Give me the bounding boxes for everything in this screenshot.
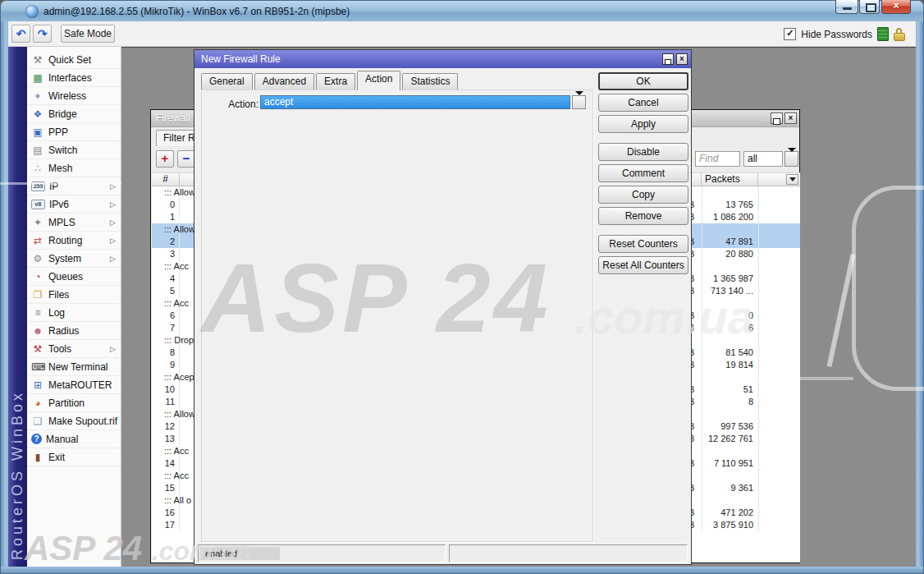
cell-trailing <box>759 310 800 322</box>
sidebar-item-manual[interactable]: ?Manual <box>27 430 121 448</box>
column-header-index[interactable]: # <box>152 173 180 186</box>
files-icon: ❐ <box>31 289 44 301</box>
make-supout-icon: ❏ <box>31 416 44 427</box>
sidebar-item-mpls[interactable]: ✦MPLS▷ <box>27 214 121 232</box>
firewall-close-button[interactable]: × <box>784 113 797 124</box>
filter-scope-select[interactable]: all <box>743 151 783 167</box>
sidebar-item-ip[interactable]: 255IP▷ <box>27 177 121 195</box>
cell-trailing <box>759 359 800 371</box>
find-button[interactable]: Find <box>695 151 740 167</box>
sidebar-item-new-terminal[interactable]: ⌨New Terminal <box>27 358 121 376</box>
sidebar-item-quick-set[interactable]: ⚒Quick Set <box>27 51 121 69</box>
cell-comment: ::: Acc <box>164 445 189 457</box>
dialog-maximize-button[interactable] <box>662 53 674 65</box>
close-button[interactable]: × <box>881 0 911 14</box>
lock-body <box>894 33 905 41</box>
redo-button[interactable]: ↷ <box>33 25 52 43</box>
cell-index: 16 <box>152 507 180 519</box>
tab-extra[interactable]: Extra <box>316 73 355 90</box>
sidebar-item-queues[interactable]: ◔Queues <box>27 268 121 286</box>
sidebar-item-ppp[interactable]: ▣PPP <box>27 123 121 141</box>
sidebar-item-wireless[interactable]: ⌖Wireless <box>27 87 121 105</box>
submenu-arrow-icon: ▷ <box>110 200 116 209</box>
cell-comment: ::: Acc <box>164 260 189 273</box>
sidebar-item-exit[interactable]: ▮Exit <box>27 448 121 466</box>
remove-rule-button[interactable]: − <box>177 150 195 168</box>
sidebar-item-make-supout-rif[interactable]: ❏Make Supout.rif <box>27 412 121 430</box>
tab-statistics[interactable]: Statistics <box>402 73 458 90</box>
sidebar-item-log[interactable]: ≡Log <box>27 304 121 322</box>
dialog-close-button[interactable]: × <box>676 53 688 65</box>
apply-button[interactable]: Apply <box>598 115 688 133</box>
undo-button[interactable]: ↶ <box>11 25 30 43</box>
hide-passwords-checkbox[interactable]: ✓ <box>784 28 796 40</box>
sidebar-item-label: Partition <box>48 397 85 409</box>
sidebar-item-radius[interactable]: ☻Radius <box>27 322 121 340</box>
tab-general[interactable]: General <box>201 73 253 90</box>
cell-index: 10 <box>152 383 180 396</box>
maximize-button[interactable] <box>859 0 880 14</box>
cell-trailing <box>759 199 800 211</box>
cell-index: 1 <box>152 211 180 223</box>
action-combobox[interactable]: accept <box>260 95 570 109</box>
sidebar-item-routing[interactable]: ⇄Routing▷ <box>27 232 121 250</box>
firewall-maximize-button[interactable] <box>771 113 783 124</box>
dialog-titlebar[interactable]: New Firewall Rule <box>194 50 691 68</box>
cell-trailing <box>759 297 800 310</box>
column-header-packets[interactable]: Packets <box>702 173 758 186</box>
add-rule-button[interactable]: + <box>156 150 174 168</box>
sidebar-item-label: Queues <box>48 271 83 282</box>
sidebar-item-interfaces[interactable]: ▦Interfaces <box>27 69 121 87</box>
tab-advanced[interactable]: Advanced <box>254 73 314 90</box>
cell-trailing <box>759 482 800 494</box>
disable-button[interactable]: Disable <box>598 143 688 161</box>
sidebar-item-ipv6[interactable]: v6IPv6▷ <box>27 195 121 214</box>
winbox-logo-icon <box>25 5 39 18</box>
sidebar-item-metarouter[interactable]: ⊞MetaROUTER <box>27 376 121 394</box>
cancel-button[interactable]: Cancel <box>598 94 688 112</box>
sidebar-item-partition[interactable]: ◕Partition <box>27 394 121 412</box>
status-panel-left: enabled <box>198 544 446 563</box>
copy-button[interactable]: Copy <box>598 186 688 204</box>
submenu-arrow-icon: ▷ <box>110 345 116 353</box>
safe-mode-button[interactable]: Safe Mode <box>61 25 115 43</box>
cell-packets: 51 <box>702 383 759 396</box>
cell-packets: 3 875 910 <box>702 519 759 531</box>
cell-comment: ::: Drop <box>164 334 194 347</box>
cell-packets: 471 202 <box>702 507 759 519</box>
queues-icon: ◔ <box>31 271 44 282</box>
reset-all-counters-button[interactable]: Reset All Counters <box>598 256 688 274</box>
dialog-tab-bar: GeneralAdvancedExtraActionStatistics <box>201 72 458 90</box>
sidebar-item-label: System <box>48 253 81 264</box>
window-titlebar[interactable]: admin@192.168.2.55 (MikroTik) - WinBox v… <box>0 0 924 21</box>
column-filter-button[interactable] <box>786 174 798 185</box>
cell-packets <box>702 297 759 310</box>
ok-button[interactable]: OK <box>598 72 688 90</box>
new-firewall-rule-dialog[interactable]: New Firewall Rule × GeneralAdvancedExtra… <box>194 49 692 565</box>
sidebar-item-switch[interactable]: ▤Switch <box>27 141 121 159</box>
sidebar-item-files[interactable]: ❐Files <box>27 286 121 304</box>
remove-button[interactable]: Remove <box>598 207 688 225</box>
cell-trailing <box>759 223 800 236</box>
tab-action[interactable]: Action <box>357 71 400 90</box>
sidebar-item-label: Make Supout.rif <box>48 416 117 427</box>
sidebar-item-tools[interactable]: ⚒Tools▷ <box>27 340 121 358</box>
close-icon: × <box>882 0 910 12</box>
ppp-icon: ▣ <box>31 126 44 138</box>
cell-trailing <box>759 236 800 248</box>
minimize-button[interactable] <box>835 0 858 14</box>
sidebar-item-mesh[interactable]: ∴Mesh <box>27 159 121 177</box>
comment-button[interactable]: Comment <box>598 164 688 182</box>
cell-index: 9 <box>152 359 180 371</box>
cell-trailing <box>759 457 800 470</box>
filter-dropdown-button[interactable] <box>784 151 798 167</box>
sidebar-item-label: Exit <box>48 452 65 463</box>
cell-packets: 1 365 987 <box>702 273 759 285</box>
sidebar-item-label: Manual <box>46 434 78 445</box>
reset-counters-button[interactable]: Reset Counters <box>598 235 688 253</box>
main-toolbar: ↶ ↷ Safe Mode ✓ Hide Passwords <box>8 21 916 47</box>
secure-session-lock-icon <box>894 28 906 41</box>
action-dropdown-button[interactable] <box>572 95 586 109</box>
sidebar-item-bridge[interactable]: ❖Bridge <box>27 105 121 123</box>
sidebar-item-system[interactable]: ⚙System▷ <box>27 250 121 268</box>
